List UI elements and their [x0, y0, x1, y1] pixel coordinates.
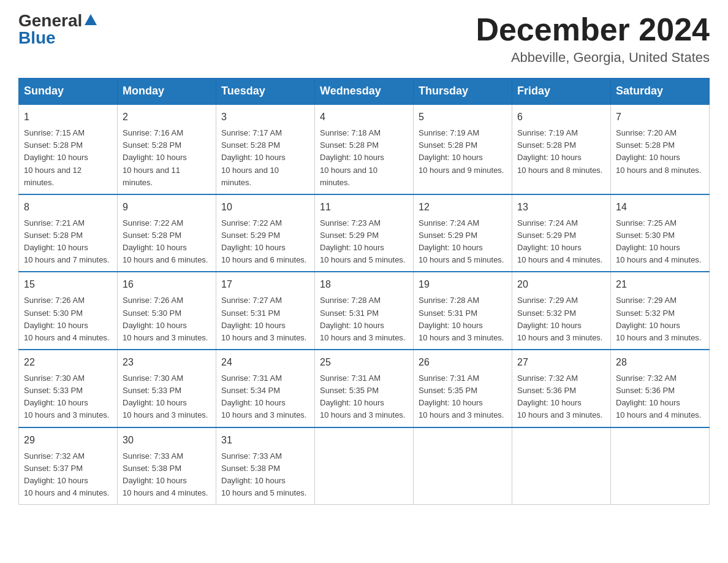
day-number: 25 — [320, 355, 408, 370]
page-header: General Blue December 2024 Abbeville, Ge… — [18, 12, 710, 66]
day-info: Sunrise: 7:19 AMSunset: 5:28 PMDaylight:… — [517, 128, 602, 174]
col-header-tuesday: Tuesday — [216, 79, 315, 105]
calendar-cell: 30Sunrise: 7:33 AMSunset: 5:38 PMDayligh… — [118, 427, 216, 505]
day-info: Sunrise: 7:26 AMSunset: 5:30 PMDaylight:… — [24, 296, 109, 342]
calendar-table: SundayMondayTuesdayWednesdayThursdayFrid… — [18, 78, 710, 505]
col-header-wednesday: Wednesday — [315, 79, 414, 105]
calendar-cell: 28Sunrise: 7:32 AMSunset: 5:36 PMDayligh… — [611, 350, 710, 427]
day-info: Sunrise: 7:21 AMSunset: 5:28 PMDaylight:… — [24, 218, 109, 264]
day-info: Sunrise: 7:28 AMSunset: 5:31 PMDaylight:… — [419, 296, 504, 342]
calendar-cell: 19Sunrise: 7:28 AMSunset: 5:31 PMDayligh… — [414, 272, 512, 350]
day-info: Sunrise: 7:27 AMSunset: 5:31 PMDaylight:… — [221, 296, 306, 342]
calendar-cell: 9Sunrise: 7:22 AMSunset: 5:28 PMDaylight… — [118, 194, 216, 272]
day-number: 28 — [616, 355, 704, 370]
calendar-cell: 26Sunrise: 7:31 AMSunset: 5:35 PMDayligh… — [414, 350, 512, 427]
calendar-header: SundayMondayTuesdayWednesdayThursdayFrid… — [19, 79, 710, 105]
calendar-cell — [315, 427, 414, 505]
calendar-cell: 15Sunrise: 7:26 AMSunset: 5:30 PMDayligh… — [19, 272, 118, 350]
day-number: 2 — [123, 110, 211, 124]
day-number: 29 — [24, 433, 112, 448]
day-info: Sunrise: 7:24 AMSunset: 5:29 PMDaylight:… — [419, 218, 504, 264]
day-info: Sunrise: 7:17 AMSunset: 5:28 PMDaylight:… — [221, 128, 286, 187]
calendar-cell: 25Sunrise: 7:31 AMSunset: 5:35 PMDayligh… — [315, 350, 414, 427]
calendar-week-row: 1Sunrise: 7:15 AMSunset: 5:28 PMDaylight… — [19, 104, 710, 194]
day-info: Sunrise: 7:29 AMSunset: 5:32 PMDaylight:… — [616, 296, 701, 342]
day-info: Sunrise: 7:31 AMSunset: 5:34 PMDaylight:… — [221, 373, 306, 419]
calendar-cell: 13Sunrise: 7:24 AMSunset: 5:29 PMDayligh… — [512, 194, 611, 272]
calendar-cell: 29Sunrise: 7:32 AMSunset: 5:37 PMDayligh… — [19, 427, 118, 505]
day-number: 6 — [517, 110, 605, 124]
calendar-cell: 23Sunrise: 7:30 AMSunset: 5:33 PMDayligh… — [118, 350, 216, 427]
day-number: 9 — [123, 200, 211, 215]
day-info: Sunrise: 7:33 AMSunset: 5:38 PMDaylight:… — [123, 451, 208, 497]
day-number: 4 — [320, 110, 408, 124]
day-number: 16 — [123, 277, 211, 292]
title-block: December 2024 Abbeville, Georgia, United… — [476, 12, 710, 66]
day-info: Sunrise: 7:23 AMSunset: 5:29 PMDaylight:… — [320, 218, 405, 264]
day-info: Sunrise: 7:33 AMSunset: 5:38 PMDaylight:… — [221, 451, 306, 497]
calendar-cell: 4Sunrise: 7:18 AMSunset: 5:28 PMDaylight… — [315, 104, 414, 194]
day-info: Sunrise: 7:31 AMSunset: 5:35 PMDaylight:… — [320, 373, 405, 419]
calendar-cell: 12Sunrise: 7:24 AMSunset: 5:29 PMDayligh… — [414, 194, 512, 272]
day-number: 27 — [517, 355, 605, 370]
col-header-thursday: Thursday — [414, 79, 512, 105]
day-number: 14 — [616, 200, 704, 215]
calendar-week-row: 22Sunrise: 7:30 AMSunset: 5:33 PMDayligh… — [19, 350, 710, 427]
calendar-week-row: 15Sunrise: 7:26 AMSunset: 5:30 PMDayligh… — [19, 272, 710, 350]
day-info: Sunrise: 7:16 AMSunset: 5:28 PMDaylight:… — [123, 128, 187, 187]
day-info: Sunrise: 7:19 AMSunset: 5:28 PMDaylight:… — [419, 128, 504, 174]
day-info: Sunrise: 7:28 AMSunset: 5:31 PMDaylight:… — [320, 296, 405, 342]
day-info: Sunrise: 7:24 AMSunset: 5:29 PMDaylight:… — [517, 218, 602, 264]
day-number: 1 — [24, 110, 112, 124]
day-number: 5 — [419, 110, 507, 124]
location-title: Abbeville, Georgia, United States — [476, 50, 710, 66]
day-number: 18 — [320, 277, 408, 292]
calendar-cell: 7Sunrise: 7:20 AMSunset: 5:28 PMDaylight… — [611, 104, 710, 194]
day-number: 26 — [419, 355, 507, 370]
calendar-cell: 18Sunrise: 7:28 AMSunset: 5:31 PMDayligh… — [315, 272, 414, 350]
calendar-cell — [414, 427, 512, 505]
day-info: Sunrise: 7:25 AMSunset: 5:30 PMDaylight:… — [616, 218, 701, 264]
logo-general-text: General — [18, 12, 82, 29]
calendar-cell: 11Sunrise: 7:23 AMSunset: 5:29 PMDayligh… — [315, 194, 414, 272]
day-number: 30 — [123, 433, 211, 448]
calendar-cell: 3Sunrise: 7:17 AMSunset: 5:28 PMDaylight… — [216, 104, 315, 194]
logo-triangle-icon — [85, 14, 97, 25]
calendar-cell: 2Sunrise: 7:16 AMSunset: 5:28 PMDaylight… — [118, 104, 216, 194]
calendar-cell: 14Sunrise: 7:25 AMSunset: 5:30 PMDayligh… — [611, 194, 710, 272]
day-number: 11 — [320, 200, 408, 215]
month-title: December 2024 — [476, 12, 710, 47]
calendar-cell: 27Sunrise: 7:32 AMSunset: 5:36 PMDayligh… — [512, 350, 611, 427]
day-number: 3 — [221, 110, 309, 124]
day-number: 31 — [221, 433, 309, 448]
day-number: 7 — [616, 110, 704, 124]
day-number: 23 — [123, 355, 211, 370]
col-header-sunday: Sunday — [19, 79, 118, 105]
logo: General Blue — [18, 12, 97, 47]
day-number: 19 — [419, 277, 507, 292]
col-header-friday: Friday — [512, 79, 611, 105]
day-number: 24 — [221, 355, 309, 370]
day-number: 20 — [517, 277, 605, 292]
day-info: Sunrise: 7:30 AMSunset: 5:33 PMDaylight:… — [24, 373, 109, 419]
day-number: 13 — [517, 200, 605, 215]
calendar-cell: 31Sunrise: 7:33 AMSunset: 5:38 PMDayligh… — [216, 427, 315, 505]
calendar-cell: 22Sunrise: 7:30 AMSunset: 5:33 PMDayligh… — [19, 350, 118, 427]
day-info: Sunrise: 7:32 AMSunset: 5:36 PMDaylight:… — [517, 373, 602, 419]
day-number: 22 — [24, 355, 112, 370]
day-info: Sunrise: 7:31 AMSunset: 5:35 PMDaylight:… — [419, 373, 504, 419]
day-info: Sunrise: 7:18 AMSunset: 5:28 PMDaylight:… — [320, 128, 384, 187]
day-info: Sunrise: 7:22 AMSunset: 5:29 PMDaylight:… — [221, 218, 306, 264]
calendar-week-row: 8Sunrise: 7:21 AMSunset: 5:28 PMDaylight… — [19, 194, 710, 272]
calendar-cell: 10Sunrise: 7:22 AMSunset: 5:29 PMDayligh… — [216, 194, 315, 272]
day-info: Sunrise: 7:15 AMSunset: 5:28 PMDaylight:… — [24, 128, 88, 187]
day-info: Sunrise: 7:22 AMSunset: 5:28 PMDaylight:… — [123, 218, 208, 264]
day-number: 15 — [24, 277, 112, 292]
calendar-cell: 1Sunrise: 7:15 AMSunset: 5:28 PMDaylight… — [19, 104, 118, 194]
calendar-cell: 21Sunrise: 7:29 AMSunset: 5:32 PMDayligh… — [611, 272, 710, 350]
day-info: Sunrise: 7:32 AMSunset: 5:37 PMDaylight:… — [24, 451, 109, 497]
calendar-cell: 24Sunrise: 7:31 AMSunset: 5:34 PMDayligh… — [216, 350, 315, 427]
calendar-cell — [512, 427, 611, 505]
calendar-cell — [611, 427, 710, 505]
col-header-monday: Monday — [118, 79, 216, 105]
